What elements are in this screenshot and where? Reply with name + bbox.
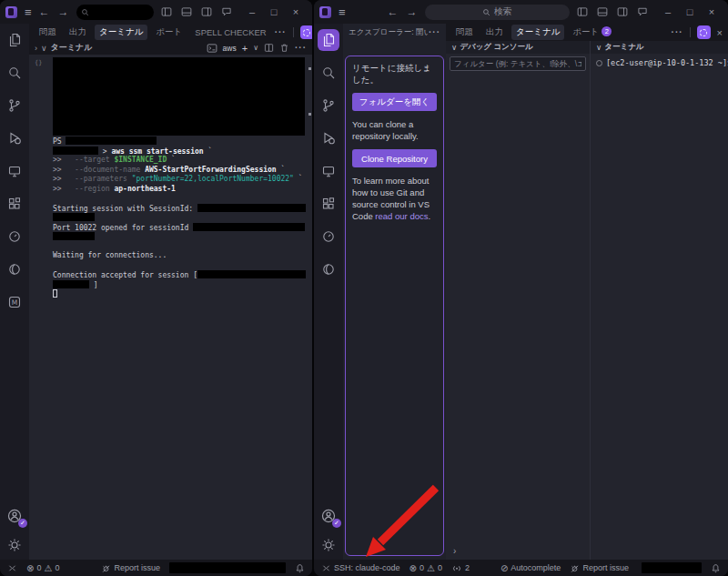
back-icon[interactable]: ← [388,5,399,18]
more-actions-icon[interactable]: ··· [275,27,287,37]
source-control-icon[interactable] [4,95,25,116]
menu-icon[interactable]: ≡ [25,5,32,19]
forwarded-ports-status[interactable]: 2 [451,562,470,573]
account-badge-icon: ✓ [332,519,341,528]
remote-indicator[interactable]: SSH: claude-code [321,563,400,573]
chat-icon[interactable] [221,6,232,17]
tab-output[interactable]: 出力 [65,25,91,40]
terminal-pane-header[interactable]: ∨ ターミナル [591,41,728,54]
split-terminal-icon[interactable] [264,43,274,53]
source-control-icon[interactable] [318,95,339,116]
menu-icon[interactable]: ≡ [339,5,346,19]
more-actions-icon[interactable]: ··· [672,27,683,37]
debug-console-header[interactable]: ∨ デバッグ コンソール [446,41,590,54]
tab-ports[interactable]: ポート2 [568,25,616,40]
chevron-down-icon[interactable]: ∨ [41,44,47,53]
layout-sidebar-left-icon[interactable] [577,6,588,17]
remote-explorer-icon[interactable] [318,160,339,182]
redacted-text [53,147,98,155]
app-icon[interactable] [5,6,17,18]
panel-tab-bar: 問題 出力 ターミナル ポート2 ··· × [446,24,728,41]
new-terminal-icon[interactable]: + [242,43,248,54]
forward-icon[interactable]: → [407,5,418,18]
search-icon[interactable] [318,62,339,84]
kill-terminal-trash-icon[interactable] [279,43,289,53]
read-our-docs-link[interactable]: read our docs [375,211,428,221]
maximize-button[interactable]: □ [263,6,285,17]
command-center-search[interactable]: 検索 [425,5,570,20]
extension-m-icon[interactable]: M [4,291,25,313]
terminal-line [53,213,307,223]
close-panel-icon[interactable]: × [717,27,723,38]
autocomplete-status[interactable]: ⊘ Autocomplete [500,563,561,573]
sidebar-more-icon[interactable]: ··· [429,27,440,37]
history-circle-icon[interactable] [4,226,25,248]
screencast-chip-icon[interactable] [300,25,312,39]
account-icon[interactable]: ✓ [4,505,25,527]
problems-status[interactable]: ⊗0 ⚠0 [410,563,442,573]
tab-output[interactable]: 出力 [481,25,508,40]
terminal-line: Starting session with SessionId: [53,204,307,214]
maximize-button[interactable]: □ [679,6,701,17]
tab-terminal[interactable]: ターミナル [511,25,564,40]
settings-gear-icon[interactable] [318,534,339,556]
terminal-prompt-line[interactable]: [ec2-user@ip-10-0-1-132 ~]$ [591,54,728,67]
error-icon: ⊗ [26,563,34,573]
back-icon[interactable]: ← [39,5,50,18]
close-button[interactable]: × [701,6,723,17]
ports-badge: 2 [602,26,612,36]
terminal-profile-icon[interactable] [207,43,217,54]
terminal-output[interactable]: {} PS > aws ssm start-session `>> --targ… [29,55,312,560]
settings-gear-icon[interactable] [4,534,25,556]
tab-ports[interactable]: ポート [151,25,187,40]
app-icon[interactable] [319,6,331,18]
warning-icon: ⚠ [427,563,435,573]
debug-input-chevron[interactable]: › [453,546,456,556]
explorer-icon[interactable] [318,29,339,51]
layout-sidebar-right-icon[interactable] [201,6,212,17]
extensions-icon[interactable] [318,193,339,215]
tab-spell-checker[interactable]: SPELL CHECKER [190,25,270,39]
run-debug-icon[interactable] [318,127,339,149]
spiral-icon[interactable] [318,258,339,280]
terminal-more-icon[interactable]: ··· [295,43,307,53]
clone-repository-button[interactable]: Clone Repository [352,149,437,167]
chevron-right-icon[interactable]: › [35,44,37,53]
chat-icon[interactable] [637,6,648,17]
notifications-status[interactable] [711,563,721,573]
remote-indicator[interactable] [7,563,17,573]
vscode-window-right: ≡ ← → 検索 – □ × [314,0,728,576]
remote-label: SSH: claude-code [334,563,400,572]
open-folder-button[interactable]: フォルダーを開く [352,93,437,111]
explorer-icon[interactable] [4,29,25,51]
notifications-status[interactable] [295,563,305,573]
layout-sidebar-right-icon[interactable] [617,6,628,17]
titlebar: ≡ ← → – □ × [0,0,312,24]
extensions-icon[interactable] [4,193,25,215]
minimize-button[interactable]: – [657,6,679,17]
command-center-search[interactable] [76,5,154,20]
layout-panel-icon[interactable] [597,6,608,17]
screencast-chip-icon[interactable] [697,25,711,39]
search-icon[interactable] [4,62,25,84]
report-issue-status[interactable]: Report issue [101,563,160,573]
problems-status[interactable]: ⊗0 ⚠0 [26,563,59,573]
debug-filter-input[interactable] [450,56,586,71]
terminal-dropdown-icon[interactable]: ∨ [253,44,258,52]
tab-terminal[interactable]: ターミナル [95,25,147,40]
forward-icon[interactable]: → [58,5,69,18]
remote-explorer-icon[interactable] [4,160,25,182]
minimize-button[interactable]: – [241,6,263,17]
run-debug-icon[interactable] [4,127,25,149]
layout-sidebar-left-icon[interactable] [161,6,172,17]
spiral-icon[interactable] [4,258,25,280]
report-issue-status[interactable]: Report issue [570,563,629,573]
divider [690,27,691,37]
titlebar: ≡ ← → 検索 – □ × [314,0,728,24]
tab-problems[interactable]: 問題 [35,25,61,40]
layout-panel-icon[interactable] [181,6,192,17]
history-circle-icon[interactable] [318,226,339,248]
close-button[interactable]: × [285,6,307,17]
account-icon[interactable]: ✓ [318,505,339,527]
tab-problems[interactable]: 問題 [451,25,478,40]
